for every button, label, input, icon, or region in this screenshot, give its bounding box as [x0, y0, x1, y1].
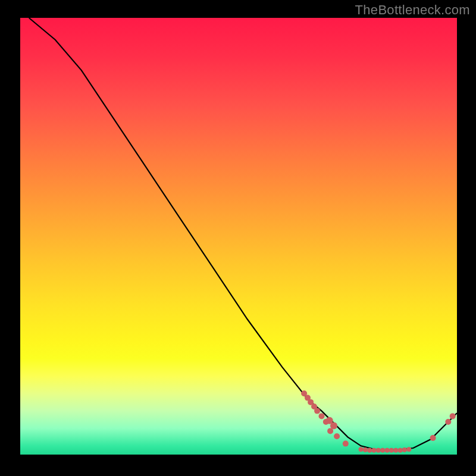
data-marker: [314, 408, 320, 414]
data-marker: [406, 447, 411, 452]
curve-svg: [20, 18, 457, 455]
data-curve: [29, 18, 457, 450]
data-marker: [380, 448, 385, 453]
chart-container: TheBottleneck.com: [0, 0, 476, 476]
data-marker: [389, 448, 394, 453]
data-marker: [398, 448, 403, 453]
data-marker: [327, 428, 333, 434]
data-marker: [367, 448, 372, 453]
data-marker: [372, 448, 377, 453]
data-marker: [393, 448, 398, 453]
data-marker: [319, 413, 325, 419]
data-marker: [376, 448, 381, 453]
data-marker: [334, 433, 340, 439]
data-marker: [385, 448, 390, 453]
data-marker: [445, 419, 451, 425]
data-marker: [359, 447, 364, 452]
data-marker: [363, 447, 368, 452]
watermark-text: TheBottleneck.com: [355, 2, 470, 18]
data-marker: [450, 413, 456, 419]
plot-area: [20, 18, 457, 455]
marker-group: [301, 390, 456, 453]
data-marker: [402, 447, 407, 452]
data-marker: [343, 441, 349, 447]
data-marker: [430, 435, 436, 441]
